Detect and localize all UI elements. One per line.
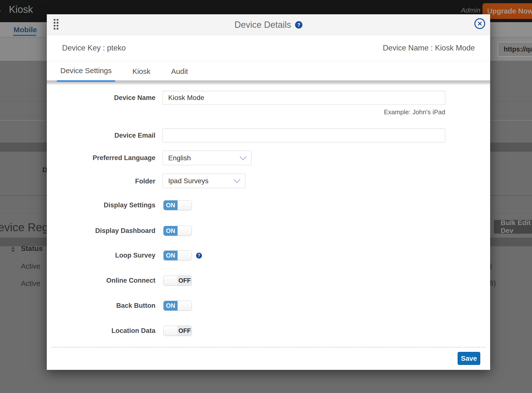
table-row-right-partial: 8): [489, 279, 496, 287]
loop-survey-toggle[interactable]: ON: [163, 250, 192, 261]
display-settings-label: Display Settings: [47, 201, 155, 209]
bulk-edit-devices-button[interactable]: Bulk Edit Dev: [494, 220, 532, 234]
preferred-language-select[interactable]: English: [163, 151, 251, 165]
device-name-field[interactable]: [163, 91, 445, 105]
location-data-label: Location Data: [47, 327, 155, 335]
preferred-language-label: Preferred Language: [47, 154, 155, 162]
device-name-label: Device Name: [47, 94, 155, 102]
table-row-status: Active: [21, 262, 40, 270]
toggle-state: ON: [164, 226, 178, 236]
toggle-state: OFF: [178, 276, 192, 285]
tab-mobile-underline: [13, 35, 36, 36]
device-email-field[interactable]: [163, 129, 445, 142]
modal-tabs: Device Settings Kiosk Audit: [47, 61, 490, 82]
footer-dashed-divider: [52, 347, 485, 347]
loop-survey-help-icon[interactable]: ?: [196, 253, 202, 259]
folder-select[interactable]: Ipad Surveys: [163, 174, 245, 188]
back-button-toggle[interactable]: ON: [163, 301, 192, 311]
page-title: Kiosk: [9, 4, 33, 15]
chevron-down-icon: [239, 156, 247, 160]
folder-label: Folder: [47, 177, 155, 185]
device-name-text: Device Name : Kiosk Mode: [383, 44, 475, 52]
url-input[interactable]: [498, 42, 532, 57]
display-settings-toggle[interactable]: ON: [163, 200, 192, 210]
toggle-state: ON: [164, 251, 178, 260]
toggle-state: ON: [164, 301, 178, 311]
device-email-label: Device Email: [47, 131, 155, 140]
toggle-state: OFF: [178, 326, 192, 336]
preferred-language-value: English: [168, 154, 191, 162]
display-dashboard-toggle[interactable]: ON: [163, 226, 192, 236]
help-icon[interactable]: ?: [295, 21, 302, 29]
table-row-status: Active: [21, 279, 40, 288]
online-connect-toggle[interactable]: OFF: [163, 276, 192, 286]
location-data-toggle[interactable]: OFF: [163, 326, 192, 336]
loop-survey-label: Loop Survey: [47, 251, 155, 260]
admin-label: Admin: [461, 6, 480, 14]
tab-device-settings[interactable]: Device Settings: [57, 61, 115, 82]
toggle-state: ON: [164, 200, 178, 210]
tab-mobile[interactable]: Mobile: [14, 26, 37, 34]
back-button-label: Back Button: [47, 301, 155, 310]
device-key-row: Device Key : pteko Device Name : Kiosk M…: [47, 35, 490, 61]
chevron-down-icon: [233, 179, 241, 183]
display-dashboard-label: Display Dashboard: [47, 227, 155, 235]
breadcrumb-chevron-icon: ›: [0, 5, 1, 16]
modal-title-row: Device Details ?: [47, 14, 490, 35]
device-details-modal: Device Details ? ✕ Device Key : pteko De…: [47, 14, 490, 370]
tabbar-shadow: [47, 82, 490, 85]
save-button[interactable]: Save: [458, 352, 480, 365]
folder-value: Ipad Surveys: [168, 177, 208, 185]
device-name-hint: Example: John's iPad: [163, 108, 445, 116]
modal-title: Device Details: [234, 20, 291, 30]
tab-kiosk[interactable]: Kiosk: [129, 61, 154, 82]
close-icon[interactable]: ✕: [474, 18, 485, 29]
online-connect-label: Online Connect: [47, 276, 155, 285]
tab-audit[interactable]: Audit: [168, 61, 191, 82]
sort-icon[interactable]: [11, 246, 15, 253]
device-key-text: Device Key : pteko: [62, 44, 126, 52]
